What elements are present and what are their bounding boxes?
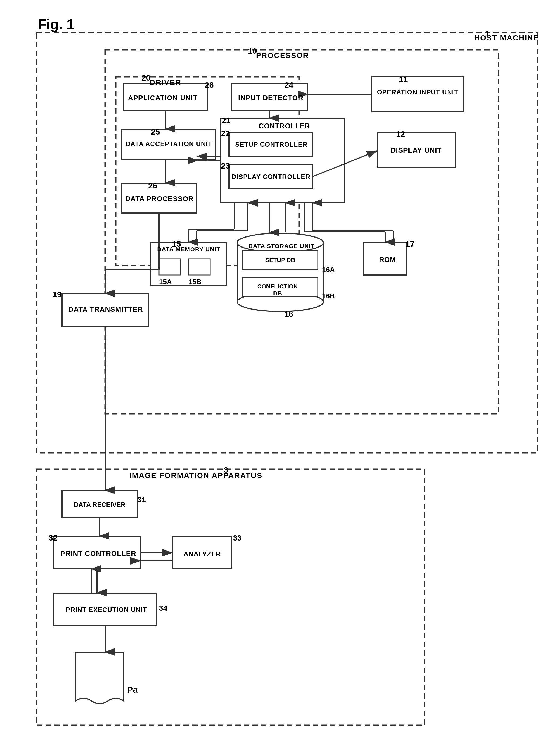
data-memory-unit-ref: 15 bbox=[172, 240, 181, 249]
driver-ref: 20 bbox=[142, 73, 150, 83]
controller-ref: 21 bbox=[221, 116, 230, 125]
setup-controller-label: SETUP CONTROLLER bbox=[232, 141, 311, 148]
memory-b-ref: 15B bbox=[188, 278, 202, 286]
application-unit-ref: 28 bbox=[205, 80, 214, 90]
input-detector-ref: 24 bbox=[284, 80, 293, 90]
display-unit-ref: 12 bbox=[396, 130, 405, 139]
data-memory-unit-label: DATA MEMORY UNIT bbox=[153, 246, 224, 253]
display-controller-label: DISPLAY CONTROLLER bbox=[231, 173, 311, 181]
host-machine-label: HOST MACHINE bbox=[474, 34, 539, 42]
image-formation-apparatus-label: IMAGE FORMATION APPARATUS bbox=[129, 471, 263, 480]
data-acceptation-unit-ref: 25 bbox=[151, 127, 160, 137]
application-unit-label: APPLICATION UNIT bbox=[128, 94, 198, 102]
svg-rect-9 bbox=[105, 50, 498, 414]
display-unit-label: DISPLAY UNIT bbox=[381, 146, 452, 154]
rom-ref: 17 bbox=[405, 240, 414, 249]
driver-label: DRIVER bbox=[150, 78, 181, 87]
analyzer-label: ANALYZER bbox=[178, 550, 226, 558]
data-storage-unit-label: DATA STORAGE UNIT bbox=[242, 243, 321, 250]
data-transmitter-ref: 19 bbox=[53, 290, 61, 299]
image-formation-apparatus-ref: 3 bbox=[224, 465, 228, 474]
svg-rect-10 bbox=[116, 77, 299, 265]
data-storage-unit-ref: 16 bbox=[284, 309, 293, 319]
data-processor-ref: 26 bbox=[148, 181, 157, 190]
data-transmitter-label: DATA TRANSMITTER bbox=[65, 305, 146, 313]
analyzer-ref: 33 bbox=[233, 534, 241, 543]
print-controller-label: PRINT CONTROLLER bbox=[58, 550, 139, 558]
figure-label: Fig. 1 bbox=[38, 16, 533, 32]
data-receiver-ref: 31 bbox=[137, 496, 146, 504]
operation-input-unit-ref: 11 bbox=[399, 75, 408, 84]
print-execution-unit-ref: 34 bbox=[159, 604, 167, 613]
paper-label: Pa bbox=[127, 685, 138, 695]
svg-line-44 bbox=[313, 151, 377, 177]
input-detector-label: INPUT DETECTOR bbox=[236, 94, 306, 102]
controller-label: CONTROLLER bbox=[259, 122, 310, 130]
confliction-db-label: CONFLICTION DB bbox=[253, 283, 302, 297]
processor-label: PROCESSOR bbox=[256, 51, 309, 60]
memory-a-ref: 15A bbox=[159, 278, 172, 286]
processor-ref: 10 bbox=[248, 46, 257, 56]
svg-rect-29 bbox=[159, 259, 180, 275]
svg-rect-30 bbox=[188, 259, 210, 275]
data-processor-label: DATA PROCESSOR bbox=[124, 195, 195, 203]
data-receiver-label: DATA RECEIVER bbox=[67, 501, 132, 508]
data-acceptation-unit-label: DATA ACCEPTATION UNIT bbox=[124, 140, 213, 148]
display-controller-ref: 23 bbox=[221, 161, 230, 170]
print-controller-ref: 32 bbox=[49, 533, 57, 543]
setup-db-label: SETUP DB bbox=[261, 257, 299, 264]
setup-db-ref: 16A bbox=[322, 265, 335, 274]
confliction-db-ref: 16B bbox=[322, 292, 335, 300]
svg-rect-17 bbox=[221, 119, 345, 202]
operation-input-unit-label: OPERATION INPUT UNIT bbox=[375, 89, 461, 96]
print-execution-unit-label: PRINT EXECUTION UNIT bbox=[58, 606, 155, 614]
setup-controller-ref: 22 bbox=[221, 129, 230, 138]
rom-label: ROM bbox=[368, 256, 407, 264]
host-machine-ref: 1 bbox=[485, 29, 490, 38]
